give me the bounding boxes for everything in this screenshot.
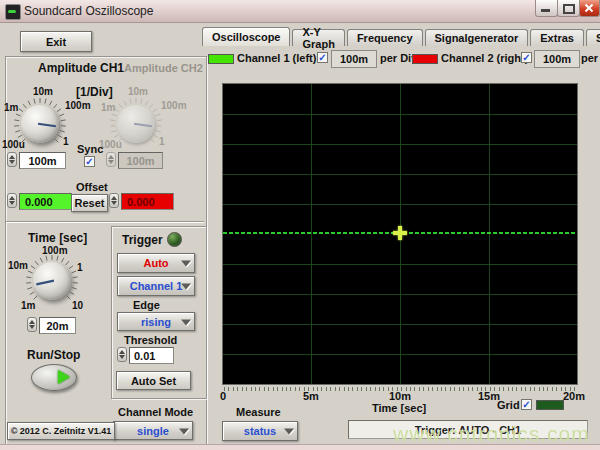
sync-label: Sync (77, 143, 103, 155)
measure-label: Measure (236, 406, 281, 418)
x-tick-label: 20m (563, 390, 585, 402)
exit-button[interactable]: Exit (20, 31, 92, 52)
grid-line (223, 354, 577, 355)
grid-line (223, 204, 577, 205)
trigger-led (167, 232, 182, 247)
trigger-source-dropdown[interactable]: Channel 1 (117, 276, 195, 296)
trigger-edge-value: rising (141, 316, 171, 328)
channel-mode-label: Channel Mode (118, 406, 193, 418)
trigger-source-value: Channel 1 (130, 280, 183, 292)
channel1-checkbox[interactable]: ✓ (317, 52, 328, 63)
x-axis-title: Time [sec] (372, 402, 426, 414)
time-spinner[interactable] (27, 317, 37, 332)
chevron-down-icon (181, 319, 191, 325)
run-stop-label: Run/Stop (27, 348, 80, 362)
amplitude-ch1-title: Amplitude CH1 (38, 61, 124, 75)
sync-checkbox[interactable]: ✓ (84, 156, 95, 167)
threshold-value[interactable]: 0.01 (129, 347, 174, 364)
chevron-down-icon (181, 261, 191, 267)
panel-divider (6, 221, 204, 222)
copyright-label: © 2012 C. Zeitnitz V1.41 (7, 422, 115, 440)
grid-line (223, 174, 577, 175)
offset-ch1-spinner[interactable] (7, 193, 17, 208)
x-tick-label: 0 (220, 390, 226, 402)
amplitude-ch2-spinner (106, 152, 116, 167)
checkmark-icon: ✓ (522, 399, 530, 410)
channel2-checkbox[interactable]: ✓ (521, 52, 532, 63)
window-title: Soundcard Oszilloscope (24, 4, 153, 18)
checkmark-icon: ✓ (522, 52, 530, 63)
channel1-scale-field[interactable]: 100m (331, 50, 377, 68)
grid-line (223, 294, 577, 295)
trigger-title: Trigger (122, 233, 163, 247)
x-tick-label: 5m (303, 390, 319, 402)
title-bar[interactable]: Soundcard Oszilloscope (0, 0, 600, 23)
grid-color-swatch (536, 400, 564, 410)
amplitude-ch2-value: 100m (118, 152, 163, 169)
tab-extras[interactable]: Extras (530, 29, 584, 46)
tab-xy-graph[interactable]: X-Y Graph (292, 29, 344, 46)
time-title: Time [sec] (28, 231, 87, 245)
tab-signalgenerator[interactable]: Signalgenerator (425, 29, 529, 46)
threshold-spinner[interactable] (117, 347, 127, 362)
offset-reset-button[interactable]: Reset (71, 194, 108, 212)
amplitude-ch1-knob[interactable] (13, 97, 67, 151)
chevron-down-icon (181, 284, 191, 290)
channel2-scale-field[interactable]: 100m (534, 50, 580, 68)
oscilloscope-display[interactable] (222, 83, 578, 385)
maximize-button[interactable] (557, 0, 580, 17)
offset-ch2-value[interactable]: 0.000 (121, 193, 174, 210)
chevron-down-icon (284, 429, 294, 435)
edge-label: Edge (133, 299, 160, 311)
channel2-color-swatch (412, 54, 438, 64)
app-icon (5, 4, 21, 20)
offset-title: Offset (76, 181, 108, 193)
time-value[interactable]: 20m (39, 317, 76, 334)
channel-mode-dropdown[interactable]: single (113, 421, 193, 440)
minimize-button[interactable] (535, 0, 558, 17)
knob-scale-label: 10m (33, 86, 53, 97)
measure-status-value: status (244, 425, 276, 437)
grid-line (223, 114, 577, 115)
grid-line (223, 144, 577, 145)
per-div-unit-label: [1/Div] (76, 85, 113, 99)
tab-bar: Oscilloscope X-Y Graph Frequency Signalg… (202, 28, 600, 46)
close-button[interactable] (579, 0, 600, 17)
grid-line (311, 84, 312, 384)
amplitude-ch1-spinner[interactable] (7, 152, 17, 167)
offset-ch2-spinner[interactable] (109, 193, 119, 208)
offset-ch1-value[interactable]: 0.000 (19, 193, 72, 210)
measure-status-dropdown[interactable]: status (222, 421, 298, 441)
channel2-label: Channel 2 (right) (441, 52, 528, 64)
grid-toggle-label: Grid (497, 399, 520, 411)
threshold-label: Threshold (124, 334, 177, 346)
channel-mode-value: single (137, 425, 169, 437)
tab-frequency[interactable]: Frequency (347, 29, 423, 46)
grid-line (223, 324, 577, 325)
trigger-edge-dropdown[interactable]: rising (117, 312, 195, 331)
channel1-label: Channel 1 (left) (237, 52, 316, 64)
channel1-color-swatch (208, 54, 234, 64)
checkmark-icon: ✓ (318, 52, 326, 63)
play-icon (58, 370, 70, 384)
x-tick-label: 10m (389, 390, 411, 402)
grid-checkbox[interactable]: ✓ (521, 399, 532, 410)
trigger-mode-dropdown[interactable]: Auto (117, 253, 195, 273)
auto-set-button[interactable]: Auto Set (116, 371, 191, 390)
checkmark-icon: ✓ (85, 156, 93, 167)
grid-line (489, 84, 490, 384)
trigger-mode-value: Auto (143, 257, 168, 269)
cursor-crosshair-icon[interactable] (398, 226, 402, 240)
tab-oscilloscope[interactable]: Oscilloscope (202, 27, 290, 46)
amplitude-ch2-title: Amplitude CH2 (124, 62, 203, 74)
amplitude-ch1-value[interactable]: 100m (19, 152, 66, 169)
knob-scale-label: 100m (65, 100, 91, 111)
grid-line (223, 264, 577, 265)
watermark: www.cntronics.com (393, 422, 590, 446)
channel2-per-div-label: per Div (581, 52, 600, 64)
knob-scale-label: 100m (161, 100, 187, 111)
time-knob[interactable] (25, 254, 79, 308)
tab-settings[interactable]: Settings (586, 29, 600, 46)
chevron-down-icon (179, 428, 189, 434)
run-stop-button[interactable] (31, 364, 77, 391)
